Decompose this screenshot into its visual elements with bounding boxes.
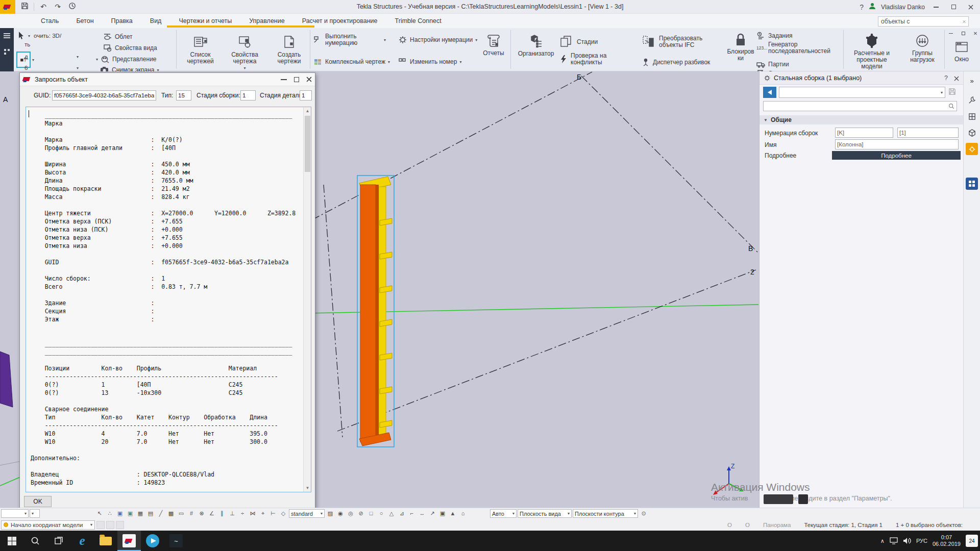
complex-drawing-button[interactable]: Комплексный чертеж ▾	[313, 57, 390, 66]
create-drawings-button[interactable]: Создать чертежи	[267, 34, 311, 65]
dialog-title-bar[interactable]: Запросить объект	[20, 73, 315, 86]
rotation-center-icon[interactable]: ⊙	[639, 509, 648, 518]
snap-mesh-icon[interactable]: ▦	[136, 509, 145, 518]
tab-drawings-reports[interactable]: Чертежи и отчеты	[179, 17, 232, 24]
dropdown-caret-icon[interactable]: ▾	[96, 57, 98, 62]
tab-view[interactable]: Вид	[150, 17, 162, 24]
dialog-minimize-icon[interactable]	[281, 79, 287, 80]
select-part-icon[interactable]: ⊿	[397, 509, 406, 518]
inquiry-report-area[interactable]: ________________________________________…	[26, 107, 311, 492]
dark-overlay-icon[interactable]	[798, 494, 808, 504]
ribbon-minimize-icon[interactable]	[946, 30, 956, 37]
select-poly-icon[interactable]: △	[387, 509, 396, 518]
minimize-button[interactable]	[930, 2, 942, 12]
contour-planes-combo[interactable]: Плоскости контура▾	[573, 509, 638, 518]
dropdown-caret-icon[interactable]: ▾	[32, 58, 34, 62]
tray-display-icon[interactable]	[890, 537, 898, 544]
start-button[interactable]	[0, 531, 23, 551]
help-icon[interactable]: ?	[860, 3, 864, 11]
tab-edit[interactable]: Правка	[111, 17, 133, 24]
edge-icon[interactable]: e	[70, 531, 94, 551]
load-groups-button[interactable]: Группы нагрузок	[902, 33, 942, 63]
dropdown-caret-icon[interactable]: ▾	[388, 60, 390, 64]
select-box-icon[interactable]: □	[366, 509, 376, 518]
app-icon[interactable]: ~	[164, 531, 188, 551]
snap-hatch-icon[interactable]: ▩	[166, 509, 176, 518]
dropdown-caret-icon[interactable]: ▾	[243, 65, 246, 71]
snap-cut-icon[interactable]: ⊗	[197, 509, 206, 518]
snap-center-icon[interactable]: ⌖	[258, 509, 267, 518]
snap-cells-icon[interactable]: ▤	[146, 509, 155, 518]
switch-3d-plane-label2[interactable]: ть	[24, 41, 30, 47]
visibility-icon[interactable]: ◎	[346, 509, 355, 518]
dropdown-caret-icon[interactable]: ▾	[384, 38, 386, 42]
user-name[interactable]: Vladislav Danko	[881, 4, 925, 11]
render-mode-icon[interactable]: ◉	[336, 509, 345, 518]
calendar-badge-icon[interactable]: 24	[966, 535, 978, 547]
status-tool-icon[interactable]	[96, 521, 105, 529]
part-phase-input[interactable]	[300, 90, 312, 101]
tab-trimble-connect[interactable]: Trimble Connect	[395, 17, 442, 24]
task-view-button[interactable]	[47, 531, 70, 551]
dark-overlay-badge[interactable]	[764, 494, 793, 504]
switch-3d-plane-label[interactable]: очить: 3D/	[34, 33, 61, 39]
tekla-taskbar-icon[interactable]	[117, 531, 141, 551]
type-input[interactable]	[176, 90, 191, 101]
fly-icon[interactable]: ▲	[448, 509, 457, 518]
panel-close-icon[interactable]	[954, 76, 959, 81]
shade-mode-icon[interactable]: ▨	[326, 509, 335, 518]
tab-steel[interactable]: Сталь	[41, 17, 59, 24]
snap-divide-icon[interactable]: ÷	[238, 509, 247, 518]
dialog-maximize-icon[interactable]	[294, 77, 299, 82]
snap-angle-icon[interactable]: ∠	[207, 509, 216, 518]
dropdown-caret-icon[interactable]: ▾	[77, 66, 79, 70]
restore-button[interactable]	[947, 2, 960, 12]
select-circle-icon[interactable]: ○	[377, 509, 386, 518]
ok-button[interactable]: OK	[24, 496, 52, 507]
flyover-button[interactable]: Облет	[103, 32, 132, 41]
scroll-thumb[interactable]	[305, 116, 310, 172]
search-input[interactable]	[878, 18, 963, 25]
fit-view-icon[interactable]: ▣	[438, 509, 447, 518]
assembly-phase-input[interactable]	[240, 90, 256, 101]
locks-button[interactable]: Блокировки	[726, 32, 755, 62]
snap-grid-blue-icon[interactable]: ▣	[115, 509, 125, 518]
measure-icon[interactable]: ⌐	[407, 509, 416, 518]
panel-gear-icon[interactable]	[764, 74, 771, 82]
expand-pane-icon[interactable]: »	[966, 74, 978, 87]
panel-search-input[interactable]	[763, 101, 957, 111]
history-icon[interactable]	[67, 2, 77, 11]
save-icon[interactable]	[19, 2, 30, 11]
dim-line-icon[interactable]: ↔	[418, 509, 427, 518]
catalog-icon[interactable]	[966, 127, 978, 139]
standard-combo[interactable]: standard▾	[289, 509, 325, 518]
steel-column[interactable]	[357, 176, 394, 447]
tekla-logo-button[interactable]	[0, 0, 15, 14]
guid-input[interactable]	[52, 90, 156, 101]
telegram-icon[interactable]	[141, 531, 164, 551]
name-input[interactable]	[835, 139, 959, 149]
explorer-icon[interactable]	[94, 531, 117, 551]
inquire-tool-button[interactable]: ■?	[16, 52, 31, 68]
panel-back-button[interactable]	[763, 87, 776, 98]
wrench-icon[interactable]	[966, 94, 978, 106]
scroll-down-icon[interactable]: ▼	[304, 484, 311, 492]
dropdown-caret-icon[interactable]: ▾	[28, 34, 30, 38]
panel-save-icon[interactable]	[948, 88, 956, 97]
snap-frame-icon[interactable]: ▭	[177, 509, 186, 518]
view-plane-combo[interactable]: Плоскость вида▾	[518, 509, 572, 518]
component-icon[interactable]	[966, 110, 978, 122]
view-properties-button[interactable]: Свойства вида	[103, 43, 157, 53]
panel-help-icon[interactable]: ?	[944, 74, 948, 82]
section-general[interactable]: ▼ Общие	[760, 115, 964, 124]
profile-combo[interactable]: ▾	[779, 87, 945, 98]
drawing-properties-button[interactable]: Свойства чертежа ▾	[223, 34, 266, 71]
close-button[interactable]	[965, 2, 977, 12]
snap-grid-teal-icon[interactable]: ▣	[126, 509, 135, 518]
tasks-button[interactable]: Задания	[756, 31, 792, 40]
dropdown-caret-icon[interactable]: ▾	[459, 60, 461, 64]
view-combo-label[interactable]: д	[24, 54, 28, 60]
select-tool[interactable]: ▾	[16, 31, 30, 40]
snap-perpendicular-icon[interactable]: ⊥	[228, 509, 237, 518]
redo-icon[interactable]: ↷	[53, 3, 63, 11]
